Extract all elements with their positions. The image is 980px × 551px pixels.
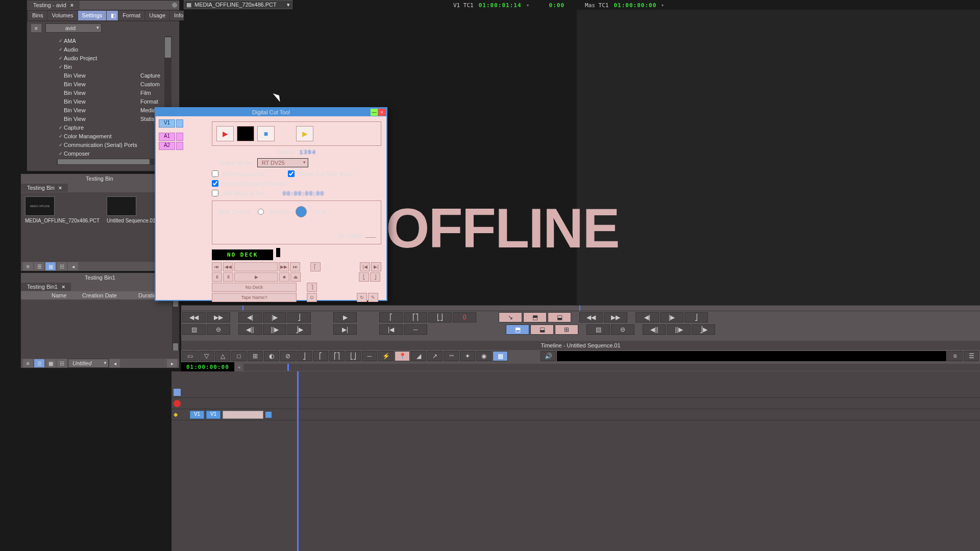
overwrite-button[interactable]: ⬒ xyxy=(523,312,547,322)
remote-radio[interactable] xyxy=(258,209,264,215)
trim-b-button[interactable]: ||▶ xyxy=(263,324,286,335)
rewind-button[interactable]: ◀◀ xyxy=(182,312,206,322)
trim-a-button[interactable]: ◀|| xyxy=(643,324,666,335)
close-icon[interactable]: × xyxy=(62,284,65,290)
center-button[interactable]: ─ xyxy=(404,324,427,335)
mark-clip-button[interactable]: ⎡⎤ xyxy=(404,312,427,322)
record-button[interactable]: 0 xyxy=(453,312,476,322)
tc-label-mas[interactable]: Mas TC1 xyxy=(585,2,608,9)
window-menu-icon[interactable] xyxy=(172,3,177,8)
tl-mark-in-icon[interactable]: ⎡ xyxy=(313,351,328,361)
tab-format[interactable]: Format xyxy=(118,11,144,20)
view-script-icon[interactable]: ☷ xyxy=(57,262,67,270)
track-a2-monitor[interactable] xyxy=(176,142,183,150)
tc-step-left-icon[interactable]: ◂ xyxy=(237,364,240,370)
view-frame-icon[interactable]: ▦ xyxy=(45,359,56,367)
tl-lift-icon[interactable]: △ xyxy=(215,351,230,361)
step-back-button[interactable]: ◀| xyxy=(635,312,659,322)
extract-button[interactable]: ⬓ xyxy=(530,324,554,335)
tl-motion-effect-icon[interactable]: ↗ xyxy=(427,351,443,361)
lift-button[interactable]: ⬒ xyxy=(506,324,529,335)
dropdown-icon[interactable]: ▾ xyxy=(662,3,664,8)
user-dropdown[interactable]: avid xyxy=(45,23,102,33)
sync-lock-icon[interactable]: ◆ xyxy=(174,411,178,418)
gang-button[interactable]: ⊖ xyxy=(207,324,230,335)
close-icon[interactable]: × xyxy=(70,2,74,8)
eject-button[interactable]: ⏏ xyxy=(290,272,301,282)
stop-dropped-checkbox[interactable] xyxy=(212,180,218,187)
source-playhead[interactable] xyxy=(242,306,243,311)
record-position-bar[interactable] xyxy=(577,305,980,311)
settings-row[interactable]: ✓Bin xyxy=(57,62,172,71)
tl-audio-icon[interactable]: 🔊 xyxy=(541,351,556,361)
copy-button[interactable]: ⊞ xyxy=(555,324,578,335)
tab-bins[interactable]: Bins xyxy=(28,11,47,20)
track-a1-button[interactable]: A1 xyxy=(159,133,175,141)
add-black-checkbox[interactable] xyxy=(212,190,218,196)
find-bin-button[interactable]: ▤ xyxy=(182,324,206,335)
deck-dropdown[interactable]: No Deck xyxy=(212,283,297,292)
dropdown-icon[interactable]: ▾ xyxy=(527,3,529,8)
play-rev-button[interactable]: ◀◀ xyxy=(223,262,233,271)
settings-row[interactable]: Bin ViewCapture xyxy=(57,71,172,80)
clip-segment[interactable] xyxy=(223,411,263,419)
tl-extract-icon[interactable]: ▽ xyxy=(199,351,214,361)
tc-label-v1[interactable]: V1 TC1 xyxy=(453,2,474,9)
bin-view-dropdown[interactable]: Untitled xyxy=(68,359,109,368)
custom-preroll-button[interactable]: ↻ xyxy=(357,293,367,302)
tl-view-menu-icon[interactable]: ☰ xyxy=(964,351,979,361)
step-back-button[interactable]: ◀| xyxy=(238,312,262,322)
next-icon[interactable]: ▸ xyxy=(167,359,177,367)
view-text-icon[interactable]: ☰ xyxy=(34,359,44,367)
view-text-icon[interactable]: ☰ xyxy=(34,262,44,270)
track-label-v1[interactable]: V1 xyxy=(190,411,204,419)
replace-button[interactable]: ⬓ xyxy=(548,312,571,322)
settings-row[interactable]: ✓Audio Project xyxy=(57,54,172,62)
play-in-out-button[interactable]: ▶| xyxy=(333,324,357,335)
timeline-playhead-line[interactable] xyxy=(297,371,299,551)
clip-item[interactable]: MEDIA OFFLINE MEDIA_OFFLINE_720x486.PCT xyxy=(25,196,96,223)
tl-marker-icon[interactable]: 📍 xyxy=(395,351,410,361)
fast-fwd-button[interactable]: ▶▶ xyxy=(207,312,230,322)
tl-select-left-icon[interactable]: ◐ xyxy=(264,351,279,361)
track-label-v1b[interactable]: V1 xyxy=(206,411,220,419)
clear-marks-button[interactable]: ⎣⎦ xyxy=(428,312,452,322)
fast-menu-icon[interactable]: ≡ xyxy=(23,262,33,270)
fast-fwd-button[interactable]: ⏭ xyxy=(290,262,300,271)
col-name[interactable]: Name xyxy=(52,292,82,298)
record-enable-icon[interactable] xyxy=(174,400,181,407)
settings-row[interactable]: Bin ViewFilm xyxy=(57,88,172,97)
tl-mark-clip-icon[interactable]: □ xyxy=(231,351,247,361)
log-button[interactable]: ✎ xyxy=(368,293,378,302)
timeline-playhead[interactable] xyxy=(287,364,289,371)
tl-render-icon[interactable]: ⚡ xyxy=(378,351,394,361)
tl-remove-effect-icon[interactable]: ⊘ xyxy=(280,351,296,361)
safe-mode-checkbox[interactable] xyxy=(288,170,295,177)
mark-in-button[interactable]: ⎡ xyxy=(379,312,403,322)
entire-sequence-checkbox[interactable] xyxy=(212,170,218,177)
trim-a-button[interactable]: ◀|| xyxy=(238,324,262,335)
col-date[interactable]: Creation Date xyxy=(82,292,138,298)
output-mode-dropdown[interactable]: RT DV25 xyxy=(257,158,308,167)
play-button[interactable]: ▶ xyxy=(234,272,278,282)
clear-in-button[interactable]: ⎣ xyxy=(359,272,369,282)
close-icon[interactable]: × xyxy=(378,109,385,116)
prev-icon[interactable]: ◂ xyxy=(110,359,120,367)
tl-effect-mode-icon[interactable]: ✦ xyxy=(460,351,475,361)
tl-menu-icon[interactable]: ≡ xyxy=(947,351,963,361)
shuttle-slider[interactable] xyxy=(234,262,278,271)
track-a1-monitor[interactable] xyxy=(176,133,183,141)
timeline-timecode[interactable]: 01:00:00:00 xyxy=(181,362,234,372)
dv-offset-value[interactable] xyxy=(365,237,376,238)
project-tab[interactable]: Testing - avid × xyxy=(27,1,80,9)
tl-mark-out-icon[interactable]: ⎦ xyxy=(297,351,312,361)
settings-row[interactable]: ✓AMA xyxy=(57,36,172,45)
mark-out-button[interactable]: ⎦ xyxy=(287,312,311,322)
view-script-icon[interactable]: ☷ xyxy=(57,359,67,367)
tab-effects-icon[interactable]: ◧ xyxy=(107,11,118,20)
track-v1-button[interactable]: V1 xyxy=(159,119,175,128)
track-v1-monitor[interactable] xyxy=(176,119,183,128)
mark-out-button[interactable]: ⎦ xyxy=(684,312,708,322)
tl-segment-mode-icon[interactable]: ▭ xyxy=(182,351,198,361)
fast-menu-icon[interactable]: ≡ xyxy=(31,24,41,32)
